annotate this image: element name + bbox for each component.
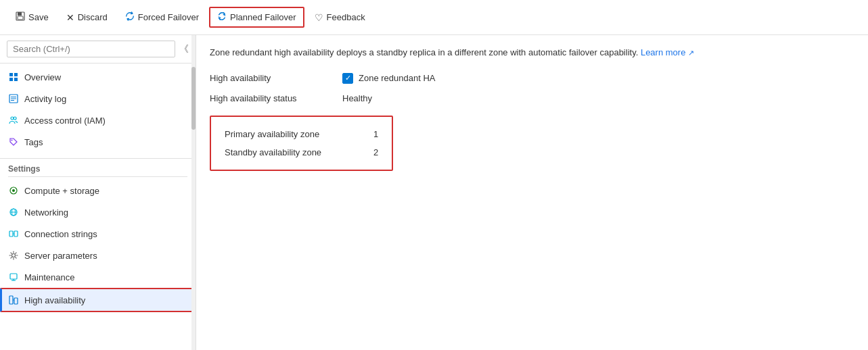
sidebar-item-connection-strings-label: Connection strings xyxy=(24,229,97,239)
external-link-icon: ↗ xyxy=(688,49,694,57)
discard-icon: ✕ xyxy=(66,12,74,23)
svg-point-11 xyxy=(11,117,14,120)
save-label: Save xyxy=(28,12,49,22)
search-input[interactable] xyxy=(7,41,175,57)
primary-zone-row: Primary availability zone 1 xyxy=(225,125,378,143)
sidebar-item-maintenance-label: Maintenance xyxy=(24,272,74,282)
maintenance-icon xyxy=(8,272,19,282)
info-text: Zone redundant high availability deploys… xyxy=(210,47,638,57)
svg-point-22 xyxy=(12,254,16,257)
save-button[interactable]: Save xyxy=(8,7,56,27)
sidebar-item-activity-log-label: Activity log xyxy=(24,94,66,104)
forced-failover-button[interactable]: Forced Failover xyxy=(118,7,206,27)
svg-point-12 xyxy=(14,117,16,120)
svg-point-15 xyxy=(12,189,15,192)
main-area: 《 Overview Activity log Access control (… xyxy=(0,35,868,350)
svg-rect-1 xyxy=(18,12,22,16)
standby-zone-row: Standby availability zone 2 xyxy=(225,143,378,161)
planned-failover-label: Planned Failover xyxy=(230,12,296,22)
overview-icon xyxy=(8,72,19,82)
sidebar-item-connection-strings[interactable]: Connection strings xyxy=(0,223,196,245)
sidebar-search-container: 《 xyxy=(0,35,196,64)
activity-log-icon xyxy=(8,93,19,104)
svg-rect-20 xyxy=(14,231,18,236)
sidebar-item-server-parameters[interactable]: Server parameters xyxy=(0,245,196,266)
sidebar-item-access-control[interactable]: Access control (IAM) xyxy=(0,109,196,131)
sidebar: 《 Overview Activity log Access control (… xyxy=(0,35,196,350)
ha-status-label: High availability status xyxy=(210,93,332,103)
forced-failover-label: Forced Failover xyxy=(138,12,199,22)
sidebar-item-tags[interactable]: Tags xyxy=(0,131,196,153)
zones-box: Primary availability zone 1 Standby avai… xyxy=(210,116,393,171)
sidebar-item-networking-label: Networking xyxy=(24,207,68,218)
sidebar-item-compute-storage-label: Compute + storage xyxy=(24,186,99,196)
svg-rect-23 xyxy=(10,274,17,279)
svg-rect-27 xyxy=(14,298,18,304)
access-control-icon xyxy=(8,115,19,126)
sidebar-item-compute-storage[interactable]: Compute + storage xyxy=(0,180,196,201)
standby-zone-label: Standby availability zone xyxy=(225,147,360,157)
tags-icon xyxy=(8,136,19,147)
standby-zone-value: 2 xyxy=(373,147,378,157)
planned-failover-icon xyxy=(217,11,227,23)
primary-zone-label: Primary availability zone xyxy=(225,129,360,139)
content-area: Zone redundant high availability deploys… xyxy=(196,35,868,350)
ha-value-text: Zone redundant HA xyxy=(359,73,435,83)
ha-status-text: Healthy xyxy=(342,93,372,103)
networking-icon xyxy=(8,207,19,218)
feedback-label: Feedback xyxy=(327,12,365,22)
ha-status-value: Healthy xyxy=(342,93,372,103)
high-availability-label: High availability xyxy=(210,73,332,83)
planned-failover-button[interactable]: Planned Failover xyxy=(209,7,304,28)
compute-storage-icon xyxy=(8,185,19,196)
svg-rect-19 xyxy=(9,231,13,236)
sidebar-item-maintenance[interactable]: Maintenance xyxy=(0,266,196,288)
discard-button[interactable]: ✕ Discard xyxy=(59,8,115,27)
svg-rect-4 xyxy=(14,73,18,76)
high-availability-row: High availability ✓ Zone redundant HA xyxy=(210,73,854,84)
primary-zone-value: 1 xyxy=(373,129,378,139)
sidebar-item-high-availability-label: High availability xyxy=(24,295,85,305)
svg-rect-2 xyxy=(18,16,23,20)
server-parameters-icon xyxy=(8,250,19,261)
sidebar-settings-nav: Compute + storage Networking Connection … xyxy=(0,177,196,315)
save-icon xyxy=(16,11,25,23)
forced-failover-icon xyxy=(125,11,135,23)
sidebar-item-overview[interactable]: Overview xyxy=(0,66,196,88)
feedback-icon: ♡ xyxy=(315,12,323,23)
svg-rect-6 xyxy=(14,78,18,81)
ha-checkbox[interactable]: ✓ xyxy=(342,73,353,84)
collapse-sidebar-button[interactable]: 《 xyxy=(179,43,189,55)
svg-rect-26 xyxy=(9,296,13,304)
sidebar-item-server-parameters-label: Server parameters xyxy=(24,251,97,261)
discard-label: Discard xyxy=(78,12,108,22)
ha-status-row: High availability status Healthy xyxy=(210,93,854,103)
sidebar-item-activity-log[interactable]: Activity log xyxy=(0,88,196,109)
sidebar-item-overview-label: Overview xyxy=(24,72,61,82)
svg-rect-3 xyxy=(9,73,13,76)
connection-strings-icon xyxy=(8,228,19,239)
high-availability-icon xyxy=(8,295,19,305)
learn-more-link[interactable]: Learn more xyxy=(641,47,685,57)
high-availability-value: ✓ Zone redundant HA xyxy=(342,73,435,84)
sidebar-nav-list: Overview Activity log Access control (IA… xyxy=(0,64,196,155)
info-banner: Zone redundant high availability deploys… xyxy=(210,46,854,59)
sidebar-item-access-control-label: Access control (IAM) xyxy=(24,116,106,126)
sidebar-item-networking[interactable]: Networking xyxy=(0,201,196,223)
sidebar-item-high-availability[interactable]: High availability xyxy=(0,288,196,312)
feedback-button[interactable]: ♡ Feedback xyxy=(307,8,373,27)
settings-header: Settings xyxy=(0,158,196,176)
svg-rect-5 xyxy=(9,78,13,81)
toolbar: Save ✕ Discard Forced Failover Planned F… xyxy=(0,0,868,35)
svg-point-13 xyxy=(12,140,13,141)
sidebar-item-tags-label: Tags xyxy=(24,137,43,147)
